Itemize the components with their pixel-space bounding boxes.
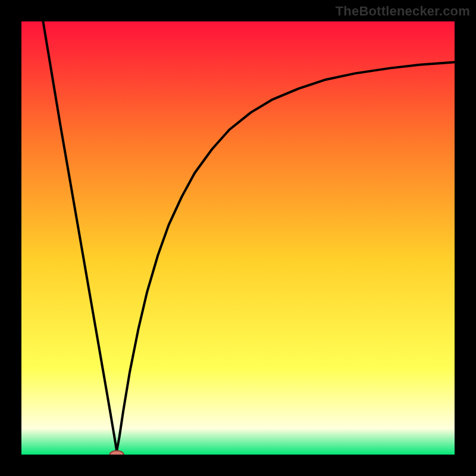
chart-svg xyxy=(21,21,455,455)
credit-label: TheBottlenecker.com xyxy=(336,4,470,19)
chart-frame: TheBottlenecker.com xyxy=(0,0,476,476)
optimal-point-marker xyxy=(110,450,124,455)
gradient-background xyxy=(21,21,455,455)
plot-area xyxy=(21,21,455,455)
